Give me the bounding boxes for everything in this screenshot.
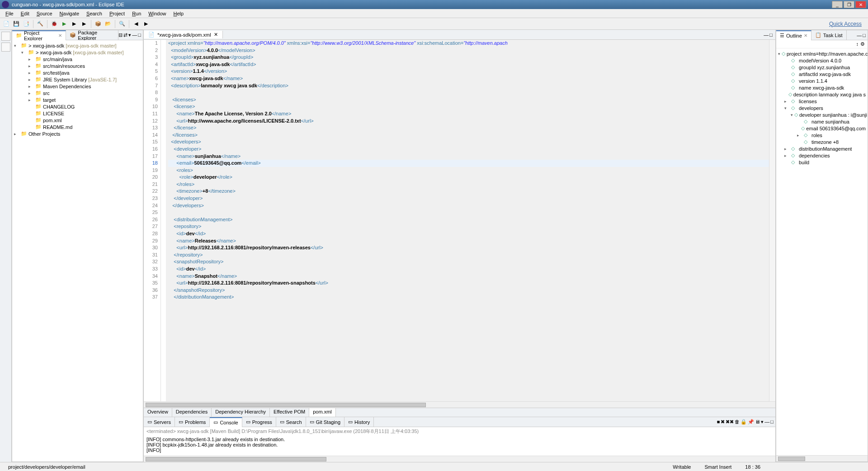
view-menu-icon[interactable]: ▾ <box>128 32 131 38</box>
menu-search[interactable]: Search <box>83 10 106 17</box>
menu-file[interactable]: File <box>2 10 17 17</box>
new-button[interactable]: 📄 <box>2 19 11 29</box>
display-icon[interactable]: 🖥 <box>755 419 760 425</box>
tree-item[interactable]: ▸📁Maven Dependencies <box>14 83 141 90</box>
view-tab-search[interactable]: ▭Search <box>276 417 306 427</box>
pin-icon[interactable]: 📌 <box>748 419 754 425</box>
menu-project[interactable]: Project <box>106 10 128 17</box>
maximize-icon[interactable]: □ <box>138 32 141 38</box>
view-tab-console[interactable]: ▭Console <box>210 417 242 427</box>
new-class-button[interactable]: 📦 <box>94 19 103 29</box>
minimize-icon[interactable]: — <box>764 32 769 38</box>
tab-package-explorer[interactable]: 📦 Package Explorer <box>66 30 118 40</box>
outline-item[interactable]: ◇version 1.1.4 <box>778 77 866 84</box>
view-tab-progress[interactable]: ▭Progress <box>242 417 276 427</box>
perspective-button[interactable] <box>1 32 10 41</box>
remove-icon[interactable]: ✖ <box>721 419 725 425</box>
tree-item[interactable]: ▸📁Other Projects <box>14 130 141 137</box>
tab-task-list[interactable]: 📋 Task List <box>811 30 847 40</box>
menu-window[interactable]: Window <box>145 10 170 17</box>
search-button[interactable]: 🔍 <box>118 19 127 29</box>
run-last-button[interactable]: ▶ <box>80 19 89 29</box>
save-all-button[interactable]: 📑 <box>22 19 31 29</box>
tree-item[interactable]: 📁README.md <box>14 124 141 130</box>
console-hscroll[interactable] <box>144 456 775 462</box>
new-package-button[interactable]: 📂 <box>104 19 113 29</box>
back-button[interactable]: ◀ <box>132 19 141 29</box>
tree-item[interactable]: ▸📁src/main/resources <box>14 62 141 69</box>
outline-item[interactable]: ▸◇licenses <box>778 98 866 105</box>
pom-tab-dependencies[interactable]: Dependencies <box>172 408 212 417</box>
minimize-button[interactable]: _ <box>832 1 843 8</box>
menu-source[interactable]: Source <box>33 10 56 17</box>
menu-navigate[interactable]: Navigate <box>56 10 83 17</box>
pom-tab-overview[interactable]: Overview <box>144 408 172 417</box>
minimize-icon[interactable]: — <box>857 33 862 38</box>
pom-tab-effective-pom[interactable]: Effective POM <box>270 408 309 417</box>
menu-run[interactable]: Run <box>128 10 145 17</box>
menu-help[interactable]: Help <box>170 10 188 17</box>
view-tab-problems[interactable]: ▭Problems <box>175 417 210 427</box>
console-output[interactable]: [INFO] commons-httpclient-3.1.jar alread… <box>144 436 775 456</box>
pom-tab-dependency-hierarchy[interactable]: Dependency Hierarchy <box>212 408 270 417</box>
outline-item[interactable]: ▸◇roles <box>778 132 866 138</box>
forward-button[interactable]: ▶ <box>142 19 151 29</box>
outline-hscroll[interactable] <box>776 455 868 461</box>
close-icon[interactable]: ✕ <box>804 33 807 38</box>
overview-ruler[interactable] <box>769 40 775 401</box>
outline-item[interactable]: ◇timezone +8 <box>778 138 866 145</box>
tab-outline[interactable]: ☰ Outline ✕ <box>776 30 811 40</box>
tree-item[interactable]: ▾📁> xwcg-java-sdk [xwcg-java-sdk master] <box>14 49 141 56</box>
scroll-lock-icon[interactable]: 🔒 <box>741 419 747 425</box>
code-body[interactable]: <project xmlns="http://maven.apache.org/… <box>166 40 769 401</box>
tab-project-explorer[interactable]: 📁 Project Explorer ✕ <box>12 30 66 40</box>
xml-editor[interactable]: 1234567891011121314151617181920212223242… <box>144 40 775 401</box>
perspective-java-button[interactable] <box>1 43 10 52</box>
outline-item[interactable]: ◇description lanmaoly xwcg java s <box>778 91 866 98</box>
tree-item[interactable]: ▸📁src <box>14 90 141 96</box>
terminate-icon[interactable]: ■ <box>717 419 720 425</box>
project-tree[interactable]: ▾📁> xwcg-java-sdk [xwcg-java-sdk master]… <box>12 40 143 461</box>
maximize-button[interactable]: ❐ <box>844 1 854 8</box>
tree-item[interactable]: ▸📁JRE System Library [JavaSE-1.7] <box>14 76 141 83</box>
link-editor-icon[interactable]: ⇄ <box>123 32 127 38</box>
run-button[interactable]: ▶ <box>60 19 69 29</box>
tree-item[interactable]: 📁pom.xml <box>14 117 141 124</box>
maximize-icon[interactable]: □ <box>863 33 866 38</box>
close-button[interactable]: ✕ <box>855 1 866 8</box>
folding-ruler[interactable] <box>161 40 166 401</box>
outline-item[interactable]: ◇name xwcg-java-sdk <box>778 84 866 91</box>
outline-item[interactable]: ▸◇dependencies <box>778 152 866 159</box>
save-button[interactable]: 💾 <box>12 19 21 29</box>
remove-all-icon[interactable]: ✖✖ <box>726 419 734 425</box>
close-icon[interactable]: ✕ <box>214 32 218 38</box>
pom-tab-pom.xml[interactable]: pom.xml <box>309 408 336 417</box>
outline-item[interactable]: ◇groupId xyz.sunjianhua <box>778 64 866 71</box>
close-icon[interactable]: ✕ <box>58 33 62 38</box>
collapse-all-icon[interactable]: ⊟ <box>118 32 123 38</box>
outline-item[interactable]: ◇build <box>778 159 866 166</box>
maximize-icon[interactable]: □ <box>769 32 773 38</box>
outline-item[interactable]: ▾◇developers <box>778 105 866 111</box>
minimize-icon[interactable]: — <box>764 419 769 425</box>
outline-item[interactable]: ◇email 506193645@qq.com <box>778 125 866 132</box>
debug-button[interactable]: 🐞 <box>50 19 59 29</box>
tree-item[interactable]: ▸📁src/test/java <box>14 69 141 76</box>
menu-edit[interactable]: Edit <box>17 10 33 17</box>
tree-item[interactable]: ▸📁target <box>14 96 141 103</box>
filter-icon[interactable]: ⚙ <box>860 41 865 47</box>
outline-item[interactable]: ◇modelVersion 4.0.0 <box>778 57 866 64</box>
editor-tab-pom[interactable]: 📄 *xwcg-java-sdk/pom.xml ✕ <box>144 31 223 38</box>
open-console-icon[interactable]: ▾ <box>761 419 764 425</box>
view-tab-git-staging[interactable]: ▭Git Staging <box>306 417 344 427</box>
outline-tree[interactable]: ▾◇project xmlns=http://maven.apache.c ◇m… <box>776 48 868 455</box>
editor-hscroll[interactable] <box>144 401 775 408</box>
outline-item[interactable]: ▾◇developer sunjianhua : i@sunji <box>778 111 866 118</box>
sort-icon[interactable]: ↕ <box>856 41 859 47</box>
view-tab-history[interactable]: ▭History <box>344 417 374 427</box>
coverage-button[interactable]: ▶ <box>70 19 79 29</box>
tree-item[interactable]: 📁LICENSE <box>14 110 141 117</box>
build-button[interactable]: 🔨 <box>36 19 45 29</box>
clear-icon[interactable]: 🗑 <box>735 419 740 425</box>
tree-item[interactable]: 📁CHANGELOG <box>14 103 141 110</box>
